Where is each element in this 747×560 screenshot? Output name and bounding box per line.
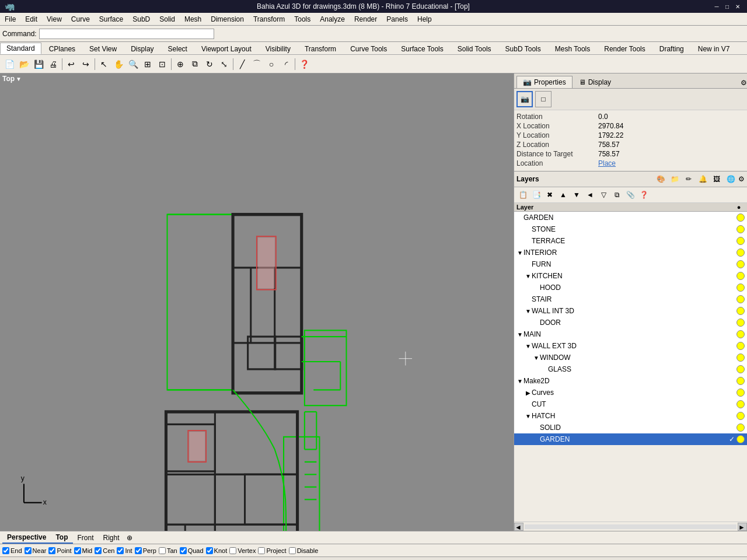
menu-item-tools[interactable]: Tools [289,14,315,24]
pan-icon[interactable]: ✋ [111,57,125,71]
layer-color-dot[interactable] [736,377,745,385]
viewport-dropdown-icon[interactable]: ▼ [16,76,22,82]
layer-row[interactable]: ▼WALL EXT 3D [514,340,747,352]
toolbar-tab-solid-tools[interactable]: Solid Tools [451,43,498,54]
toolbar-tab-mesh-tools[interactable]: Mesh Tools [549,43,596,54]
menu-item-subd[interactable]: SubD [128,14,155,24]
toolbar-tab-standard[interactable]: Standard [0,43,41,54]
menu-item-surface[interactable]: Surface [95,14,128,24]
layer-color-dot[interactable] [736,214,745,222]
osnap-item-perp[interactable]: Perp [135,547,156,554]
layer-image-icon[interactable]: 🖼 [710,173,723,186]
layer-color-dot[interactable] [736,284,745,292]
viewport-label[interactable]: Top ▼ [2,75,22,83]
new-sublayer-icon[interactable]: 📑 [530,188,543,201]
osnap-item-quad[interactable]: Quad [180,547,204,554]
layer-color-dot[interactable] [736,249,745,257]
layer-expand-icon[interactable]: ▼ [525,343,532,349]
layer-color-dot[interactable] [736,260,745,268]
layer-expand-icon[interactable]: ▶ [525,390,532,396]
menu-item-help[interactable]: Help [413,14,437,24]
move-down-icon[interactable]: ▼ [570,188,583,201]
osnap-item-mid[interactable]: Mid [74,547,93,554]
add-viewport-icon[interactable]: ⊕ [127,534,132,542]
paste-layer-icon[interactable]: 📎 [624,188,637,201]
layer-row[interactable]: GARDEN✓ [514,433,747,445]
toolbar-tab-render-tools[interactable]: Render Tools [598,43,652,54]
menu-item-solid[interactable]: Solid [155,14,180,24]
tab-front[interactable]: Front [73,533,99,543]
toolbar-tab-display[interactable]: Display [124,43,160,54]
layer-row[interactable]: STAIR [514,293,747,305]
viewport[interactable]: Top ▼ [0,74,514,531]
circle-icon[interactable]: ○ [264,57,278,71]
horizontal-scrollbar[interactable]: ◄ ► [514,522,747,531]
layer-expand-icon[interactable]: ▼ [533,355,540,361]
layer-row[interactable]: ▼WALL INT 3D [514,305,747,317]
layer-color-dot[interactable] [736,237,745,245]
layer-row[interactable]: GARDEN [514,212,747,223]
layer-color-dot[interactable] [736,354,745,362]
osnap-checkbox-perp[interactable] [135,547,142,554]
menu-item-file[interactable]: File [0,14,20,24]
osnap-checkbox-project[interactable] [258,547,265,554]
layer-color-dot[interactable] [736,342,745,350]
scroll-right-arrow[interactable]: ► [738,523,747,531]
layers-settings-icon[interactable]: ⚙ [738,175,745,183]
layer-color-icon[interactable]: 🎨 [654,173,667,186]
layer-row[interactable]: ▼Make2D [514,375,747,387]
layer-row[interactable]: SOLID [514,422,747,433]
zoom-in-icon[interactable]: 🔍 [126,57,140,71]
layer-expand-icon[interactable]: ▼ [516,331,523,338]
osnap-checkbox-mid[interactable] [74,547,81,554]
osnap-checkbox-knot[interactable] [206,547,213,554]
arc-icon[interactable]: ◜ [279,57,293,71]
layer-row[interactable]: FURN [514,258,747,270]
toolbar-tab-visibility[interactable]: Visibility [259,43,297,54]
menu-item-analyze[interactable]: Analyze [315,14,350,24]
layer-bell-icon[interactable]: 🔔 [696,173,709,186]
undo-icon[interactable]: ↩ [64,57,78,71]
toolbar-tab-surface-tools[interactable]: Surface Tools [395,43,450,54]
layer-row[interactable]: ▼MAIN [514,328,747,340]
osnap-checkbox-quad[interactable] [180,547,187,554]
osnap-item-point[interactable]: Point [48,547,71,554]
layer-row[interactable]: CUT [514,398,747,410]
close-button[interactable]: ✕ [733,2,742,11]
toolbar-tab-new-in-v7[interactable]: New in V7 [692,43,736,54]
osnap-item-project[interactable]: Project [258,547,286,554]
rotate-icon[interactable]: ↻ [203,57,217,71]
line-icon[interactable]: ╱ [235,57,249,71]
layer-help-icon[interactable]: ❓ [637,188,650,201]
toolbar-tab-curve-tools[interactable]: Curve Tools [344,43,393,54]
copy-icon[interactable]: ⧉ [188,57,202,71]
menu-item-edit[interactable]: Edit [20,14,42,24]
osnap-checkbox-int[interactable] [117,547,124,554]
filter-icon[interactable]: ▽ [597,188,610,201]
menu-item-mesh[interactable]: Mesh [180,14,206,24]
toolbar-tab-subd-tools[interactable]: SubD Tools [499,43,547,54]
layer-pencil-icon[interactable]: ✏ [682,173,695,186]
layer-row[interactable]: DOOR [514,317,747,328]
osnap-item-cen[interactable]: Cen [95,547,114,554]
toolbar-tab-set-view[interactable]: Set View [83,43,123,54]
toolbar-tab-transform[interactable]: Transform [298,43,343,54]
layer-expand-icon[interactable]: ▼ [525,273,532,279]
copy-layer-icon[interactable]: ⧉ [610,188,623,201]
layer-row[interactable]: ▼INTERIOR [514,247,747,258]
osnap-item-disable[interactable]: Disable [289,547,319,554]
layer-color-dot[interactable] [736,424,745,432]
toolbar-tab-select[interactable]: Select [162,43,194,54]
layer-row[interactable]: STONE [514,223,747,235]
new-file-icon[interactable]: 📄 [2,57,16,71]
help-icon[interactable]: ❓ [297,57,311,71]
layer-color-dot[interactable] [736,307,745,315]
toolbar-tab-viewport-layout[interactable]: Viewport Layout [195,43,258,54]
layer-folder-icon[interactable]: 📁 [668,173,681,186]
layer-expand-icon[interactable]: ▼ [525,413,532,419]
menu-item-dimension[interactable]: Dimension [206,14,249,24]
move-up-icon[interactable]: ▲ [557,188,570,201]
layer-row[interactable]: ▼HATCH [514,410,747,422]
menu-item-panels[interactable]: Panels [382,14,413,24]
scrollbar-track[interactable] [525,524,736,529]
